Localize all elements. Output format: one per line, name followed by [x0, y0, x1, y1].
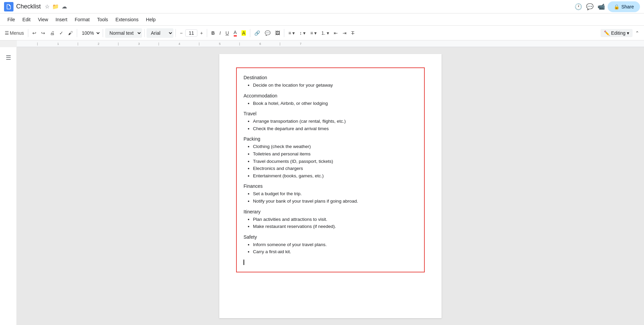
- app-icon: [4, 2, 13, 11]
- menu-help[interactable]: Help: [142, 16, 159, 24]
- svg-text:|: |: [37, 42, 38, 46]
- list-item: Toiletries and personal items: [253, 150, 417, 158]
- title-bar: Checklist ☆ 📁 ☁ 🕐 💬 📹 🔒 Share: [0, 0, 644, 13]
- menu-icon: ☰: [5, 30, 9, 36]
- menu-bar: File Edit View Insert Format Tools Exten…: [0, 13, 644, 26]
- underline-button[interactable]: U: [223, 29, 231, 37]
- section-list-travel: Arrange transportation (car rental, flig…: [253, 118, 417, 132]
- undo-button[interactable]: ↩: [30, 29, 38, 37]
- comment-button[interactable]: 💬: [263, 29, 272, 37]
- line-spacing-button[interactable]: ↕ ▾: [297, 29, 308, 37]
- cloud-icon[interactable]: ☁: [62, 3, 67, 10]
- menus-label: Menus: [10, 30, 24, 36]
- font-size-decrease[interactable]: −: [178, 29, 185, 37]
- folder-icon[interactable]: 📁: [52, 3, 59, 10]
- svg-text:|: |: [118, 42, 119, 46]
- divider-4: [144, 29, 144, 37]
- section-title-packing: Packing: [244, 136, 417, 142]
- list-item: Make restaurant reservations (if needed)…: [253, 223, 417, 230]
- collapse-button[interactable]: ⌃: [633, 29, 641, 37]
- outline-icon[interactable]: ☰: [3, 51, 14, 64]
- section-list-itinerary: Plan activities and attractions to visit…: [253, 216, 417, 230]
- selection-box[interactable]: Destination Decide on the location for y…: [236, 67, 425, 272]
- list-item: Decide on the location for your getaway: [253, 82, 417, 89]
- list-button[interactable]: ≡ ▾: [308, 29, 319, 37]
- italic-button[interactable]: I: [218, 29, 223, 37]
- editing-mode-button[interactable]: ✏️ Editing ▾: [601, 29, 633, 37]
- lock-icon: 🔒: [614, 4, 619, 9]
- svg-text:6: 6: [259, 42, 261, 46]
- menu-extensions[interactable]: Extensions: [112, 16, 142, 24]
- main-area: ☰ Destination Decide on the location for…: [0, 47, 644, 325]
- share-label: Share: [621, 4, 634, 9]
- bold-button[interactable]: B: [209, 29, 217, 37]
- video-icon[interactable]: 📹: [598, 3, 605, 10]
- print-button[interactable]: 🖨: [48, 29, 57, 37]
- highlight-button[interactable]: A: [239, 29, 248, 37]
- section-destination: Destination Decide on the location for y…: [244, 75, 417, 89]
- align-button[interactable]: ≡ ▾: [286, 29, 297, 37]
- section-packing: Packing Clothing (check the weather) Toi…: [244, 136, 417, 179]
- section-title-finances: Finances: [244, 183, 417, 189]
- image-button[interactable]: 🖼: [273, 29, 282, 37]
- font-select[interactable]: Arial: [147, 28, 173, 38]
- menu-insert[interactable]: Insert: [52, 16, 71, 24]
- svg-text:4: 4: [179, 42, 180, 46]
- divider-3: [103, 29, 103, 37]
- document-area[interactable]: Destination Decide on the location for y…: [17, 47, 644, 325]
- list-item: Electronics and chargers: [253, 165, 417, 172]
- menus-button[interactable]: ☰ Menus: [3, 29, 26, 37]
- svg-text:5: 5: [219, 42, 221, 46]
- doc-title: Checklist: [16, 3, 41, 10]
- redo-button[interactable]: ↪: [39, 29, 47, 37]
- text-cursor: [244, 260, 244, 265]
- spellcheck-button[interactable]: ✓: [57, 29, 65, 37]
- list-item: Entertainment (books, games, etc.): [253, 172, 417, 180]
- svg-text:7: 7: [300, 42, 301, 46]
- svg-text:|: |: [280, 42, 280, 46]
- text-color-button[interactable]: A: [232, 28, 239, 38]
- indent-left-button[interactable]: ⇤: [332, 29, 340, 37]
- list-item: Book a hotel, Airbnb, or other lodging: [253, 100, 417, 107]
- divider-1: [28, 29, 28, 37]
- font-size-increase[interactable]: +: [198, 29, 205, 37]
- section-title-travel: Travel: [244, 111, 417, 116]
- ordered-list-button[interactable]: 1. ▾: [319, 29, 331, 37]
- star-icon[interactable]: ☆: [45, 3, 50, 10]
- page[interactable]: Destination Decide on the location for y…: [219, 54, 442, 318]
- section-title-destination: Destination: [244, 75, 417, 80]
- zoom-select[interactable]: 100% 75% 125%: [79, 29, 101, 37]
- list-item: Clothing (check the weather): [253, 143, 417, 150]
- menu-edit[interactable]: Edit: [19, 16, 34, 24]
- paint-format-button[interactable]: 🖌: [66, 29, 75, 37]
- section-title-safety: Safety: [244, 234, 417, 240]
- section-safety: Safety Inform someone of your travel pla…: [244, 234, 417, 256]
- svg-text:2: 2: [98, 42, 99, 46]
- link-button[interactable]: 🔗: [252, 29, 262, 37]
- sidebar: ☰: [0, 47, 17, 325]
- font-size-input[interactable]: [185, 29, 197, 37]
- list-item: Plan activities and attractions to visit…: [253, 216, 417, 223]
- section-list-destination: Decide on the location for your getaway: [253, 82, 417, 89]
- menu-view[interactable]: View: [35, 16, 52, 24]
- ruler: | 1 | 2 | 3 | 4 | 5 | 6 | 7: [17, 40, 644, 47]
- comment-icon[interactable]: 💬: [586, 3, 593, 10]
- style-select[interactable]: Normal text: [105, 28, 142, 38]
- chevron-down-icon: ▾: [627, 30, 629, 36]
- indent-right-button[interactable]: ⇥: [341, 29, 349, 37]
- divider-6: [207, 29, 207, 37]
- menu-format[interactable]: Format: [71, 16, 93, 24]
- section-itinerary: Itinerary Plan activities and attraction…: [244, 209, 417, 230]
- list-item: Notify your bank of your travel plans if…: [253, 198, 417, 205]
- clear-formatting-button[interactable]: T̶: [349, 29, 356, 37]
- divider-2: [77, 29, 77, 37]
- svg-text:1: 1: [57, 42, 59, 46]
- editing-label: Editing: [611, 30, 625, 36]
- section-title-accommodation: Accommodation: [244, 93, 417, 98]
- menu-file[interactable]: File: [4, 16, 19, 24]
- history-icon[interactable]: 🕐: [575, 3, 582, 10]
- menu-tools[interactable]: Tools: [94, 16, 111, 24]
- share-button[interactable]: 🔒 Share: [608, 1, 640, 12]
- section-accommodation: Accommodation Book a hotel, Airbnb, or o…: [244, 93, 417, 107]
- divider-8: [284, 29, 284, 37]
